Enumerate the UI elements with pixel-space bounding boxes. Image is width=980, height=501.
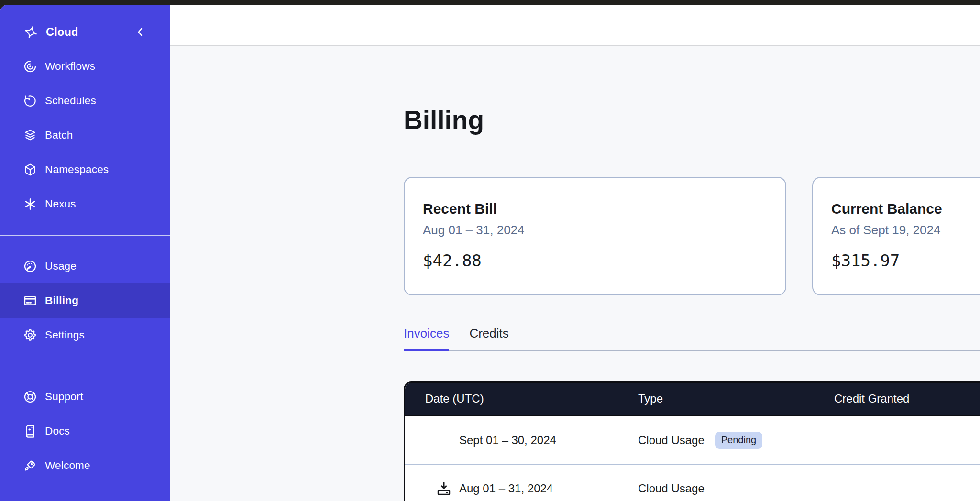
card-amount: $42.88 [423,251,767,270]
usage-icon [23,259,37,273]
card-as-of-date: As of Sept 19, 2024 [831,222,980,238]
invoice-date-cell: Aug 01 – 31, 2024 [405,480,638,497]
sidebar-item-support[interactable]: Support [0,380,170,414]
sidebar-item-label: Docs [45,425,70,437]
sidebar-item-settings[interactable]: Settings [0,318,170,352]
welcome-rocket-icon [23,458,37,473]
sidebar-divider [0,366,170,367]
batch-icon [23,128,37,142]
sidebar-item-label: Support [45,391,83,403]
sidebar-header-label: Cloud [46,26,78,39]
invoice-type-cell: Cloud Usage Pending [638,432,834,449]
top-bar [170,5,980,46]
tab-credits[interactable]: Credits [469,326,508,350]
main-area: Billing Recent Bill Aug 01 – 31, 2024 $4… [170,5,980,501]
invoice-date: Sept 01 – 30, 2024 [459,434,556,447]
sidebar-item-label: Workflows [45,60,95,73]
invoice-type: Cloud Usage [638,434,705,447]
card-title: Current Balance [831,200,980,218]
invoice-type-cell: Cloud Usage [638,482,834,495]
column-header-type: Type [638,392,834,405]
sidebar-divider [0,235,170,236]
billing-page: Billing Recent Bill Aug 01 – 31, 2024 $4… [170,46,980,501]
sidebar-item-billing[interactable]: Billing [0,283,170,318]
card-amount: $315.97 [831,251,980,270]
sidebar-item-schedules[interactable]: Schedules [0,84,170,118]
billing-summary-cards: Recent Bill Aug 01 – 31, 2024 $42.88 Cur… [404,177,980,295]
support-icon [23,390,37,404]
recent-bill-card: Recent Bill Aug 01 – 31, 2024 $42.88 [404,177,786,295]
card-title: Recent Bill [423,200,767,218]
docs-icon [23,424,37,438]
temporal-cloud-logo-icon [23,24,39,40]
invoice-date: Aug 01 – 31, 2024 [459,482,553,495]
sidebar-item-label: Welcome [45,459,90,472]
sidebar-item-label: Batch [45,129,73,142]
invoice-row[interactable]: Aug 01 – 31, 2024 Cloud Usage [405,464,980,501]
billing-tabs: Invoices Credits [404,326,980,351]
status-badge-pending: Pending [715,432,762,449]
tab-invoices[interactable]: Invoices [404,326,449,351]
billing-icon [23,294,37,308]
sidebar-item-batch[interactable]: Batch [0,118,170,152]
invoice-date-cell: Sept 01 – 30, 2024 [405,432,638,449]
invoice-row[interactable]: Sept 01 – 30, 2024 Cloud Usage Pending [405,416,980,464]
page-title: Billing [404,46,980,135]
sidebar-item-label: Usage [45,260,77,272]
download-invoice-icon[interactable] [435,480,452,497]
collapse-sidebar-icon[interactable] [134,26,146,38]
sidebar-item-namespaces[interactable]: Namespaces [0,152,170,187]
sidebar-item-label: Namespaces [45,163,109,176]
settings-icon [23,328,37,342]
sidebar-item-label: Schedules [45,95,96,107]
sidebar-item-label: Settings [45,329,85,341]
nexus-icon [23,197,37,211]
sidebar-header-cloud: Cloud [0,15,170,49]
namespaces-icon [23,163,37,177]
card-date-range: Aug 01 – 31, 2024 [423,222,767,238]
sidebar-item-workflows[interactable]: Workflows [0,49,170,84]
sidebar-item-usage[interactable]: Usage [0,249,170,283]
app-window: Cloud Workflows [0,5,980,501]
invoices-table-header: Date (UTC) Type Credit Granted [405,383,980,416]
sidebar-item-welcome[interactable]: Welcome [0,448,170,483]
sidebar-item-label: Billing [45,294,78,307]
column-header-date: Date (UTC) [405,392,638,405]
sidebar-item-docs[interactable]: Docs [0,414,170,448]
current-balance-card: Current Balance As of Sept 19, 2024 $315… [812,177,980,295]
workflows-icon [23,59,37,74]
sidebar-item-nexus[interactable]: Nexus [0,187,170,221]
invoices-table: Date (UTC) Type Credit Granted [404,381,980,501]
column-header-credit-granted: Credit Granted [834,392,980,405]
sidebar: Cloud Workflows [0,5,170,501]
schedules-icon [23,94,37,108]
invoice-type: Cloud Usage [638,482,705,495]
sidebar-item-label: Nexus [45,198,76,210]
